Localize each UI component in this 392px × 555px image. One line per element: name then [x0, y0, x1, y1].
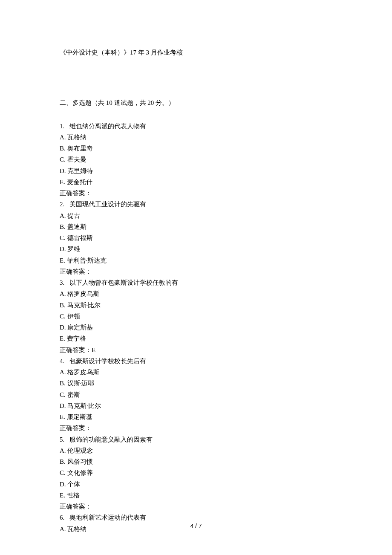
- question-stem: 3. 以下人物曾在包豪斯设计学校任教的有: [60, 277, 332, 288]
- question-number: 2.: [60, 201, 64, 208]
- question-option: A. 伦理观念: [60, 445, 332, 456]
- option-text: 马克斯·比尔: [67, 302, 101, 309]
- option-label: C.: [60, 156, 66, 163]
- option-text: 文化修养: [67, 469, 93, 476]
- answer-label: 正确答案：: [60, 425, 92, 431]
- option-text: 克里姆特: [67, 168, 93, 174]
- option-text: 盖迪斯: [67, 223, 86, 230]
- option-text: 格罗皮乌斯: [67, 369, 99, 376]
- question-option: C. 德雷福斯: [60, 232, 332, 243]
- option-text: 风俗习惯: [67, 458, 93, 465]
- question-option: A. 格罗皮乌斯: [60, 367, 332, 378]
- option-text: 伦理观念: [67, 447, 93, 454]
- question-stem: 1. 维也纳分离派的代表人物有: [60, 121, 332, 132]
- option-label: E.: [60, 413, 65, 420]
- option-label: A.: [60, 212, 66, 219]
- option-label: D.: [60, 481, 66, 488]
- question-option: D. 克里姆特: [60, 165, 332, 176]
- question-option: E. 康定斯基: [60, 411, 332, 422]
- question-option: A. 瓦格纳: [60, 132, 332, 143]
- question-text: 以下人物曾在包豪斯设计学校任教的有: [69, 279, 178, 286]
- question-text: 维也纳分离派的代表人物有: [69, 123, 146, 130]
- question-option: B. 风俗习惯: [60, 456, 332, 467]
- question-option: C. 文化修养: [60, 467, 332, 478]
- option-text: 麦金托什: [67, 179, 92, 185]
- answer-label: 正确答案：: [60, 268, 92, 275]
- section-header: 二、多选题（共 10 道试题，共 20 分。）: [60, 97, 332, 108]
- option-label: D.: [60, 402, 66, 409]
- question-text: 包豪斯设计学校校长先后有: [69, 358, 146, 364]
- option-text: 康定斯基: [67, 413, 92, 420]
- question-number: 4.: [60, 358, 64, 364]
- option-label: D.: [60, 246, 66, 252]
- option-text: 提古: [67, 212, 80, 219]
- answer-label: 正确答案：: [60, 190, 92, 197]
- option-label: E.: [60, 179, 65, 185]
- option-text: 伊顿: [67, 313, 80, 320]
- answer-value: E: [92, 347, 95, 353]
- question-option: A. 格罗皮乌斯: [60, 288, 332, 299]
- question-number: 6.: [60, 514, 64, 521]
- question-number: 5.: [60, 436, 64, 443]
- question-option: D. 康定斯基: [60, 322, 332, 333]
- answer-line: 正确答案：: [60, 501, 332, 512]
- question-option: E. 费宁格: [60, 333, 332, 344]
- question-option: D. 罗维: [60, 243, 332, 254]
- option-label: B.: [60, 145, 66, 152]
- option-label: C.: [60, 391, 66, 398]
- option-label: E.: [60, 335, 65, 342]
- option-label: B.: [60, 458, 66, 465]
- question-stem: 5. 服饰的功能意义融入的因素有: [60, 434, 332, 445]
- option-text: 马克斯·比尔: [67, 402, 101, 409]
- option-text: 格罗皮乌斯: [67, 290, 99, 297]
- option-text: 罗维: [67, 246, 80, 252]
- answer-label: 正确答案：: [60, 503, 92, 510]
- option-text: 奥布里奇: [67, 145, 93, 152]
- option-text: 菲利普·斯达克: [67, 257, 107, 264]
- question-number: 3.: [60, 279, 64, 286]
- question-option: E. 麦金托什: [60, 176, 332, 188]
- option-text: 性格: [67, 492, 80, 499]
- page-number: 4 / 7: [0, 521, 392, 532]
- option-label: C.: [60, 313, 66, 320]
- question-text: 服饰的功能意义融入的因素有: [69, 436, 153, 443]
- answer-line: 正确答案：: [60, 422, 332, 434]
- answer-line: 正确答案：E: [60, 344, 332, 356]
- question-option: C. 伊顿: [60, 311, 332, 322]
- option-label: D.: [60, 168, 66, 174]
- option-label: E.: [60, 492, 65, 499]
- option-label: D.: [60, 324, 66, 331]
- question-option: A. 提古: [60, 210, 332, 221]
- question-stem: 4. 包豪斯设计学校校长先后有: [60, 356, 332, 367]
- option-label: B.: [60, 380, 66, 387]
- answer-label: 正确答案：: [60, 347, 92, 353]
- question-option: B. 汉斯·迈耶: [60, 378, 332, 389]
- option-label: E.: [60, 257, 65, 264]
- answer-line: 正确答案：: [60, 266, 332, 277]
- option-label: C.: [60, 469, 66, 476]
- option-label: A.: [60, 290, 66, 297]
- question-text: 奥地利新艺术运动的代表有: [69, 514, 146, 521]
- question-option: B. 盖迪斯: [60, 221, 332, 232]
- option-text: 瓦格纳: [67, 134, 86, 141]
- question-number: 1.: [60, 123, 64, 130]
- option-label: C.: [60, 234, 66, 241]
- question-option: C. 密斯: [60, 389, 332, 400]
- questions-container: 1. 维也纳分离派的代表人物有A. 瓦格纳B. 奥布里奇C. 霍夫曼D. 克里姆…: [60, 121, 332, 535]
- question-option: B. 奥布里奇: [60, 143, 332, 154]
- option-label: A.: [60, 447, 66, 454]
- document-title: 《中外设计史（本科）》17 年 3 月作业考核: [60, 47, 332, 58]
- option-text: 个体: [67, 481, 80, 488]
- question-option: D. 马克斯·比尔: [60, 400, 332, 411]
- option-text: 汉斯·迈耶: [67, 380, 95, 387]
- option-text: 费宁格: [67, 335, 86, 342]
- question-text: 美国现代工业设计的先驱有: [69, 201, 146, 208]
- answer-line: 正确答案：: [60, 188, 332, 199]
- option-text: 德雷福斯: [67, 234, 93, 241]
- question-option: E. 菲利普·斯达克: [60, 255, 332, 266]
- option-label: A.: [60, 134, 66, 141]
- option-label: B.: [60, 223, 66, 230]
- question-stem: 2. 美国现代工业设计的先驱有: [60, 199, 332, 210]
- question-option: C. 霍夫曼: [60, 154, 332, 165]
- option-label: B.: [60, 302, 66, 309]
